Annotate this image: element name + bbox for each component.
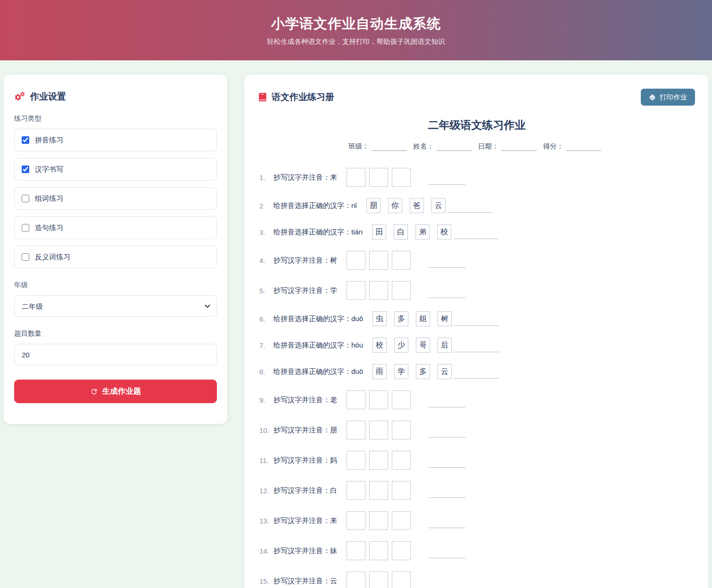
question-row-8: 8.给拼音选择正确的汉字：duō雨学多云 [259,364,695,379]
question-row-1: 1.抄写汉字并注音：来 [259,168,695,187]
write-box[interactable] [392,541,411,560]
choice-box[interactable]: 少 [394,338,408,353]
choice-box[interactable]: 云 [431,198,446,213]
choice-box[interactable]: 朋 [366,198,381,213]
write-box[interactable] [347,168,365,187]
main-layout: 作业设置 练习类型 拼音练习汉字书写组词练习造句练习反义词练习 年级 二年级 题… [0,60,712,588]
generate-button[interactable]: 生成作业题 [14,380,217,403]
exercise-type-checkbox[interactable] [22,224,29,232]
write-box[interactable] [369,571,388,588]
choice-box[interactable]: 云 [438,364,452,379]
exercise-type-label: 反义词练习 [35,253,70,262]
choice-box-group: 田白弟校 [372,224,451,240]
write-box[interactable] [347,421,365,439]
choice-box[interactable]: 白 [394,224,408,240]
write-box[interactable] [347,571,365,588]
write-box-group [347,571,411,588]
exercise-type-row-1[interactable]: 拼音练习 [14,129,217,151]
question-number: 2. [259,202,273,210]
exercise-type-checkbox[interactable] [22,253,29,261]
choice-box[interactable]: 学 [394,364,408,379]
exercise-type-label: 组词练习 [35,194,63,203]
exercise-type-row-4[interactable]: 造句练习 [14,216,217,239]
exercise-type-row-2[interactable]: 汉字书写 [14,158,217,181]
write-box[interactable] [369,168,388,187]
answer-line [454,378,499,379]
write-box-group [347,541,411,560]
write-box[interactable] [392,281,411,300]
write-box[interactable] [347,511,365,530]
answer-line [429,528,465,528]
write-box-group [347,251,411,270]
write-box[interactable] [347,451,365,470]
choice-box[interactable]: 树 [438,311,452,326]
write-box[interactable] [347,281,365,300]
question-text: 抄写汉字并注音：树 [273,256,337,265]
write-box[interactable] [369,281,388,300]
answer-line [429,467,465,468]
write-box[interactable] [392,571,411,588]
question-number: 6. [259,315,273,323]
question-text: 抄写汉字并注音：老 [273,396,337,405]
exercise-type-checkbox[interactable] [22,136,29,144]
exercise-type-row-5[interactable]: 反义词练习 [14,246,217,268]
write-box[interactable] [347,390,365,409]
write-box[interactable] [392,168,411,187]
write-box[interactable] [392,481,411,500]
choice-box[interactable]: 你 [388,198,402,213]
write-box[interactable] [369,541,388,560]
exercise-type-checkbox[interactable] [22,195,29,202]
exercise-type-row-3[interactable]: 组词练习 [14,187,217,210]
exercise-type-label: 拼音练习 [35,136,63,145]
app-subtitle: 轻松生成各种语文作业，支持打印，帮助孩子巩固语文知识 [267,37,445,46]
choice-box[interactable]: 姐 [416,311,430,326]
grade-select[interactable]: 二年级 [14,295,217,317]
choice-box[interactable]: 校 [373,338,387,353]
choice-box[interactable]: 哥 [416,338,430,353]
info-field-blank [566,144,601,151]
question-number: 5. [259,287,273,295]
exercise-type-list: 拼音练习汉字书写组词练习造句练习反义词练习 [14,129,217,268]
question-row-13: 13.抄写汉字并注音：来 [259,511,695,530]
answer-line [429,267,465,268]
app-title: 小学语文作业自动生成系统 [271,15,441,33]
answer-line [447,212,493,213]
choice-box[interactable]: 弟 [415,224,430,240]
print-button[interactable]: 打印作业 [641,89,695,106]
exercise-type-label: 汉字书写 [35,165,63,174]
write-box[interactable] [392,390,411,409]
choice-box[interactable]: 虫 [373,311,387,326]
write-box[interactable] [369,481,388,500]
write-box[interactable] [347,251,365,270]
choice-box[interactable]: 多 [416,364,430,379]
choice-box[interactable]: 校 [437,224,451,240]
choice-box[interactable]: 爸 [410,198,424,213]
question-number: 12. [259,487,273,495]
question-text: 抄写汉字并注音：白 [273,486,337,495]
choice-box[interactable]: 后 [438,338,452,353]
question-row-9: 9.抄写汉字并注音：老 [259,390,695,409]
write-box[interactable] [369,421,388,439]
write-box[interactable] [347,541,365,560]
choice-box[interactable]: 多 [394,311,408,326]
exercise-type-checkbox[interactable] [22,166,29,173]
grade-label: 年级 [14,281,217,290]
question-text: 抄写汉字并注音：妈 [273,456,337,465]
write-box[interactable] [392,511,411,530]
write-box[interactable] [392,421,411,439]
question-row-12: 12.抄写汉字并注音：白 [259,481,695,500]
question-number: 7. [259,341,273,349]
info-field-blank [502,144,537,151]
choice-box[interactable]: 田 [372,224,386,240]
write-box[interactable] [347,481,365,500]
question-text: 抄写汉字并注音：云 [273,577,337,586]
write-box[interactable] [369,451,388,470]
question-row-6: 6.给拼音选择正确的汉字：duō虫多姐树 [259,311,695,326]
question-count-input[interactable] [14,344,217,365]
write-box[interactable] [369,511,388,530]
write-box[interactable] [392,251,411,270]
write-box[interactable] [392,451,411,470]
write-box[interactable] [369,390,388,409]
choice-box[interactable]: 雨 [373,364,387,379]
write-box[interactable] [369,251,388,270]
